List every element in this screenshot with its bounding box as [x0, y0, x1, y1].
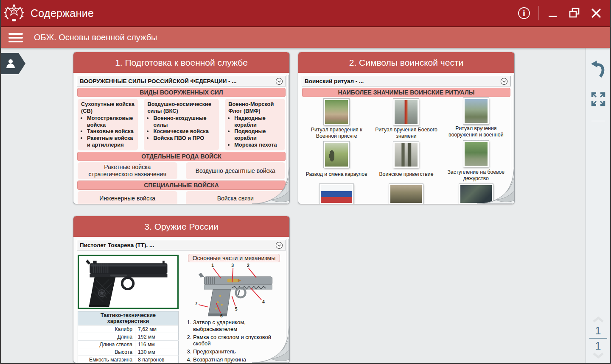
page-current: 1 — [595, 325, 601, 336]
banner-separate-branches: ОТДЕЛЬНЫЕ РОДА ВОЙСК — [77, 152, 286, 161]
diagram-number-5: 5 — [235, 307, 237, 311]
branch-navy: Военно-Морской Флот (ВМФ) Надводные кора… — [225, 99, 285, 150]
title-bar: Содержание i — [1, 0, 610, 26]
specs-title: Тактико-технические характеристики — [78, 311, 179, 325]
specs-table: Тактико-технические характеристики Калиб… — [78, 311, 179, 363]
toolbar-divider — [591, 121, 605, 121]
pistol-parts-list: Затвор с ударником, выбрасывателем Рамка… — [185, 319, 285, 363]
tt-pistol-image — [83, 256, 174, 308]
right-toolbar: 1 1 — [586, 48, 610, 364]
table-row: Емкость магазина8 патронов — [78, 356, 179, 364]
branch-ground-forces: Сухопутные войска (СВ) Мотострелковые во… — [78, 99, 138, 150]
tt-pistol-cutaway-diagram: 1 3 2 4 5 6 7 — [184, 262, 284, 318]
controls-separator — [538, 6, 539, 20]
box-engineer-troops: Инженерные войска — [78, 191, 177, 204]
ritual-photo-guard-change[interactable] — [324, 142, 349, 168]
separate-branches-row: Ракетные войска стратегического назначен… — [78, 162, 285, 179]
chevron-down-circle-icon — [275, 78, 283, 85]
back-button[interactable] — [589, 59, 607, 81]
window-title: Содержание — [31, 7, 94, 19]
ritual-figure: Ритуал вручения вооружения и военной тех… — [441, 98, 511, 139]
card3-term-header[interactable]: Пистолет Токарева (ТТ). ... — [77, 240, 286, 250]
page-up-button[interactable] — [591, 316, 605, 325]
ritual-figure: Заступление на боевое дежурство — [441, 139, 511, 182]
page-down-button[interactable] — [591, 352, 605, 361]
ritual-figure: Проводы военнослу — [441, 182, 511, 204]
content-area: 1. Подготовка к военной службе ВООРУЖЕНН… — [1, 48, 587, 364]
restore-button[interactable] — [567, 6, 582, 20]
restore-icon — [568, 7, 581, 19]
pistol-right-column: Основные части и механизмы — [183, 253, 285, 363]
chevron-down-circle-icon — [500, 78, 508, 85]
table-row: Длина ствола116 мм — [78, 341, 179, 348]
ritual-figure: Ритуал приведения к Военной присяге — [302, 98, 371, 139]
card1-term-header[interactable]: ВООРУЖЕННЫЕ СИЛЫ РОССИЙСКОЙ ФЕДЕРАЦИИ - … — [77, 76, 286, 86]
ritual-photo-salute[interactable] — [393, 142, 419, 168]
diagram-number-1: 1 — [211, 263, 214, 268]
diagram-number-6: 6 — [220, 314, 222, 318]
diagram-label: Основные части и механизмы — [188, 254, 280, 262]
course-title: ОБЖ. Основы военной службы — [34, 33, 157, 42]
back-arrow-icon — [590, 60, 606, 78]
pistol-content: Тактико-технические характеристики Калиб… — [73, 251, 289, 363]
ritual-figure: Воинское приветствие — [371, 139, 441, 182]
page-total: 1 — [595, 340, 601, 351]
rituals-grid: Ритуал приведения к Военной присяге Риту… — [302, 98, 511, 204]
card3-title[interactable]: 3. Оружие России — [73, 216, 289, 237]
table-row: Высота130 мм — [78, 348, 179, 356]
branch-aerospace-forces: Воздушно-космические силы (ВКС) Военно-в… — [144, 99, 219, 150]
card-military-service-preparation: 1. Подготовка к военной службе ВООРУЖЕНН… — [73, 52, 290, 204]
ritual-figure: Ритуал вручения Боевого знамени — [371, 98, 441, 139]
special-troops-row: Инженерные войска Войска связи — [78, 191, 285, 204]
card2-term-header[interactable]: Воинский ритуал - ... — [302, 76, 511, 86]
box-signal-troops: Войска связи — [186, 191, 286, 204]
tt-pistol-photo — [78, 255, 179, 309]
box-airborne-forces: Воздушно-десантные войска — [186, 162, 286, 179]
army-star-wreath-logo-icon — [3, 2, 25, 25]
pager-divider — [589, 338, 607, 339]
chevron-up-icon — [592, 317, 604, 322]
diagram-number-3: 3 — [231, 263, 234, 268]
ritual-photo-oath[interactable] — [324, 99, 349, 125]
box-strategic-missile-forces: Ракетные войска стратегического назначен… — [78, 162, 177, 179]
diagram-number-4: 4 — [262, 300, 264, 304]
hamburger-menu-button[interactable] — [7, 31, 25, 44]
card1-term-text: ВООРУЖЕННЫЕ СИЛЫ РОССИЙСКОЙ ФЕДЕРАЦИИ - … — [80, 78, 237, 84]
table-row: Калибр7,62 мм — [78, 325, 179, 333]
page-navigator: 1 1 — [586, 316, 610, 361]
info-button[interactable]: i — [516, 6, 532, 21]
banner-armed-forces-types: ВИДЫ ВООРУЖЕННЫХ СИЛ — [77, 88, 286, 97]
svg-text:i: i — [523, 9, 526, 18]
card-military-honor-symbols: 2. Символы воинской чести Воинский ритуа… — [298, 52, 515, 204]
minimize-button[interactable] — [546, 6, 560, 20]
ritual-photo-farewell[interactable] — [459, 184, 493, 204]
pistol-left-column: Тактико-технические характеристики Калиб… — [78, 253, 179, 363]
card1-title[interactable]: 1. Подготовка к военной службе — [73, 52, 289, 73]
card-russian-weapons: 3. Оружие России Пистолет Токарева (ТТ).… — [73, 216, 290, 363]
ritual-photo-recruits-meeting[interactable] — [389, 184, 423, 204]
person-icon — [5, 58, 16, 69]
chevron-down-icon — [592, 353, 604, 358]
user-profile-tab[interactable] — [1, 53, 25, 74]
ritual-figure: Развод и смена караулов — [302, 139, 371, 182]
chevron-down-circle-icon — [275, 242, 283, 249]
diagram-number-7: 7 — [195, 301, 197, 306]
table-row: Длина192 мм — [78, 333, 179, 341]
expand-icon — [591, 92, 606, 107]
close-icon — [590, 7, 603, 19]
list-item: Возвратная пружина — [193, 356, 285, 363]
ritual-photo-battle-banner[interactable] — [393, 99, 419, 125]
ritual-figure: Ритуал подъема и спуска — [302, 182, 371, 204]
close-button[interactable] — [589, 6, 603, 20]
ritual-photo-flag-raising[interactable] — [320, 184, 353, 204]
ritual-figure: Встреча и распределение — [371, 182, 441, 204]
ritual-photo-combat-duty[interactable] — [463, 141, 489, 167]
card2-term-text: Воинский ритуал - ... — [305, 78, 364, 84]
fullscreen-button[interactable] — [590, 91, 607, 109]
minimize-icon — [547, 7, 559, 19]
card2-title[interactable]: 2. Символы воинской чести — [298, 52, 514, 73]
menu-bar: ОБЖ. Основы военной службы — [1, 26, 610, 48]
list-item: Затвор с ударником, выбрасывателем — [193, 319, 285, 332]
list-item: Рамка со стволом и спусковой скобой — [193, 334, 285, 347]
ritual-photo-weapons-handover[interactable] — [463, 98, 489, 124]
